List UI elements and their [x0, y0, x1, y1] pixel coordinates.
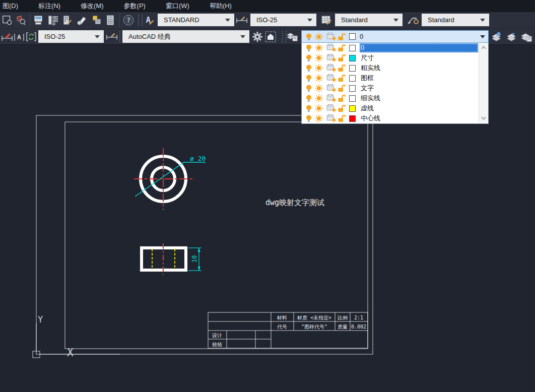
layer-freeze-icon[interactable] [315, 44, 323, 52]
layer-freeze-icon[interactable] [315, 104, 323, 112]
layer-lock-icon[interactable] [338, 64, 346, 72]
layer-on-icon[interactable] [305, 64, 313, 72]
layer-plot-icon[interactable] [326, 74, 337, 82]
layer-freeze-icon[interactable] [315, 84, 323, 92]
layer-plot-icon[interactable] [326, 64, 337, 72]
layer-row-2[interactable]: 粗实线 [302, 63, 479, 73]
layer-color-swatch[interactable] [349, 105, 356, 112]
layer-row-7[interactable]: 中心线 [302, 113, 479, 123]
layer-lock-icon[interactable] [338, 74, 346, 82]
layer-on-icon[interactable] [305, 54, 313, 62]
layer-color-swatch[interactable] [349, 65, 356, 72]
quickcalc-button[interactable] [104, 14, 116, 26]
layer-plot-icon[interactable] [326, 94, 337, 102]
markup-set-button[interactable] [90, 14, 102, 26]
height-dimension-text[interactable]: 10 [191, 255, 198, 263]
sheet-roll-button[interactable] [76, 14, 88, 26]
layer-plot-icon[interactable] [326, 54, 337, 62]
layer-lock-icon[interactable] [338, 94, 346, 102]
scroll-down-icon[interactable] [479, 114, 488, 122]
layer-name[interactable]: 中心线 [360, 114, 479, 123]
layer-name[interactable]: 尺寸 [360, 53, 479, 62]
menu-draw[interactable]: 图(D) [0, 0, 25, 12]
layer-properties-button[interactable] [520, 31, 532, 43]
mleader-style-button[interactable] [407, 14, 419, 26]
scrollbar[interactable] [479, 43, 488, 122]
menu-help[interactable]: 帮助(H) [203, 0, 238, 12]
layer-freeze-icon[interactable] [315, 33, 323, 41]
zoom-object-button[interactable] [15, 14, 27, 26]
boundary-frame-button[interactable] [264, 31, 277, 43]
layer-freeze-icon[interactable] [315, 54, 323, 62]
layer-on-icon[interactable] [305, 84, 313, 92]
dim-style-combo-2[interactable]: ISO-25 [38, 30, 104, 43]
layer-on-icon[interactable] [305, 74, 313, 82]
layer-on-icon[interactable] [305, 114, 313, 122]
layer-plot-icon[interactable] [326, 114, 337, 122]
layer-on-icon[interactable] [305, 33, 313, 41]
dimension-style-button[interactable] [236, 14, 248, 26]
layer-freeze-icon[interactable] [315, 74, 323, 82]
dim-edit-button[interactable] [1, 31, 13, 43]
workspace-combo[interactable]: AutoCAD 经典 [122, 30, 249, 43]
layer-color-swatch[interactable] [349, 85, 356, 92]
layer-lock-icon[interactable] [338, 104, 346, 112]
layer-name[interactable]: 文字 [360, 84, 479, 93]
tool-palettes-button[interactable] [46, 14, 58, 26]
dim-style-edit-button[interactable] [106, 31, 118, 43]
dim-update-button[interactable] [25, 31, 37, 43]
layer-lock-icon[interactable] [338, 44, 346, 52]
layer-color-swatch[interactable] [349, 33, 356, 40]
table-style-combo[interactable]: Standard [335, 14, 403, 26]
properties-button[interactable] [61, 14, 73, 26]
make-object-layer-current-button[interactable] [491, 31, 503, 43]
layer-plot-icon[interactable] [326, 33, 337, 41]
layer-dropdown-header[interactable]: 0 [301, 30, 489, 43]
chevron-down-icon[interactable] [480, 35, 485, 38]
height-dimension[interactable]: 10 [188, 248, 202, 271]
mleader-style-combo[interactable]: Standard [422, 14, 489, 26]
menu-parametric[interactable]: 参数(P) [117, 0, 152, 12]
text-style-combo[interactable]: STANDARD [158, 14, 234, 26]
menu-dimension[interactable]: 标注(N) [32, 0, 67, 12]
layer-previous-button[interactable] [506, 31, 518, 43]
table-style-button[interactable] [320, 14, 332, 26]
layer-plot-icon[interactable] [326, 44, 337, 52]
named-view-button[interactable] [1, 14, 13, 26]
layer-on-icon[interactable] [305, 44, 313, 52]
title-block[interactable]: 材料 材质 <未指定> 比例 2:1 代号 "图样代号" 质量 0.002 设计… [208, 312, 368, 348]
layer-name[interactable]: 粗实线 [360, 63, 479, 73]
rectangle-entity[interactable] [142, 243, 186, 275]
layer-freeze-icon[interactable] [315, 64, 323, 72]
layer-name[interactable]: 虚线 [360, 104, 479, 113]
dim-style-combo[interactable]: ISO-25 [250, 14, 316, 26]
layer-freeze-icon[interactable] [315, 94, 323, 102]
circles-entity[interactable] [134, 148, 192, 210]
layer-name[interactable]: 细实线 [360, 94, 479, 103]
diameter-dimension[interactable]: ø 20 [135, 155, 206, 197]
layer-color-swatch[interactable] [349, 95, 356, 102]
layer-name[interactable]: 图框 [360, 74, 479, 83]
menu-modify[interactable]: 修改(M) [74, 0, 110, 12]
layer-lock-icon[interactable] [338, 84, 346, 92]
menu-window[interactable]: 窗口(W) [159, 0, 196, 12]
layer-lock-icon[interactable] [338, 33, 346, 41]
layer-row-1[interactable]: 尺寸 [302, 53, 479, 63]
layer-row-4[interactable]: 文字 [302, 83, 479, 93]
layer-states-button[interactable] [286, 31, 298, 43]
layer-plot-icon[interactable] [326, 84, 337, 92]
layer-row-5[interactable]: 细实线 [302, 93, 479, 103]
layer-color-swatch[interactable] [349, 45, 356, 51]
display-button[interactable] [32, 14, 44, 26]
layer-color-swatch[interactable] [349, 115, 356, 122]
layer-name[interactable]: 0 [360, 43, 478, 52]
layer-row-0[interactable]: 0 [302, 43, 479, 53]
layer-lock-icon[interactable] [338, 54, 346, 62]
layer-row-6[interactable]: 虚线 [302, 103, 479, 113]
diameter-text[interactable]: ø 20 [190, 155, 206, 162]
text-style-button[interactable]: A [143, 14, 155, 26]
layer-plot-icon[interactable] [326, 104, 337, 112]
sample-text-entity[interactable]: dwg映射文字测试 [265, 198, 324, 207]
layer-on-icon[interactable] [305, 104, 313, 112]
layer-freeze-icon[interactable] [315, 114, 323, 122]
